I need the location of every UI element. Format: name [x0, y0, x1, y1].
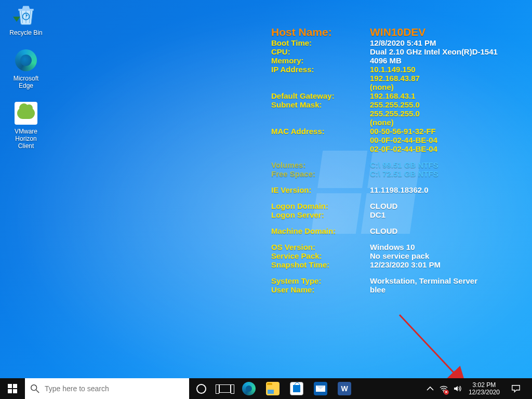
bginfo-row: CPU:Dual 2.10 GHz Intel Xeon(R)D-1541 — [271, 47, 521, 56]
bginfo-value: C:\ 99.51 GB NTFS — [370, 161, 521, 169]
bginfo-row: User Name:blee — [271, 285, 521, 294]
taskbar-app-mail[interactable] — [309, 378, 332, 399]
bginfo-row: IE Version:11.1198.18362.0 — [271, 185, 521, 194]
bginfo-value: 192.168.43.1 — [370, 91, 521, 100]
bginfo-value: Dual 2.10 GHz Intel Xeon(R)D-1541 — [370, 47, 521, 56]
bginfo-overlay: Host Name:WIN10DEVBoot Time:12/8/2020 5:… — [271, 26, 521, 294]
cortana-button[interactable] — [189, 378, 213, 399]
bginfo-label: System Type: — [271, 276, 370, 285]
bginfo-label: Logon Domain: — [271, 202, 370, 210]
bginfo-value: 11.1198.18362.0 — [370, 185, 521, 194]
tray-overflow-button[interactable] — [424, 378, 436, 399]
microsoft-edge[interactable]: Microsoft Edge — [5, 48, 47, 89]
task-view-icon — [219, 384, 231, 393]
taskbar-app-word[interactable]: W — [332, 378, 356, 399]
edge-icon — [242, 382, 256, 395]
bginfo-row: System Type:Workstation, Terminal Server — [271, 276, 521, 285]
bginfo-row: IP Address:10.1.149.150192.168.43.87(non… — [271, 65, 521, 91]
bginfo-label: Logon Server: — [271, 210, 370, 219]
taskbar-pinned-apps: W — [189, 378, 356, 399]
mail-icon — [314, 382, 327, 395]
tray-volume[interactable] — [451, 378, 463, 399]
bginfo-label: IP Address: — [271, 65, 370, 91]
vmware-horizon-client[interactable]: VMware Horizon Client — [5, 101, 47, 150]
bginfo-row: Snapshot Time:12/23/2020 3:01 PM — [271, 260, 521, 269]
taskbar-search[interactable] — [25, 378, 189, 399]
bginfo-value: blee — [370, 285, 521, 294]
horizon-icon — [14, 101, 38, 126]
search-icon — [30, 384, 39, 393]
bginfo-label: Service Pack: — [271, 251, 370, 260]
bginfo-row: Subnet Mask:255.255.255.0255.255.255.0(n… — [271, 100, 521, 127]
bginfo-label: Subnet Mask: — [271, 100, 370, 127]
store-icon — [290, 382, 303, 395]
recycle-bin-icon — [14, 2, 38, 27]
tray-network[interactable]: ✕ — [437, 378, 450, 399]
taskbar-clock[interactable]: 3:02 PM 12/23/2020 — [464, 381, 504, 396]
file-explorer-icon — [266, 382, 280, 395]
bginfo-value: 10.1.149.150192.168.43.87(none) — [370, 65, 521, 91]
bginfo-label: OS Version: — [271, 243, 370, 251]
bginfo-value: No service pack — [370, 251, 521, 260]
bginfo-value: 255.255.255.0255.255.255.0(none) — [370, 100, 521, 127]
start-button[interactable] — [0, 378, 25, 399]
bginfo-label: Boot Time: — [271, 38, 370, 47]
bginfo-row: Default Gateway:192.168.43.1 — [271, 91, 521, 100]
bginfo-label: IE Version: — [271, 185, 370, 194]
bginfo-value: 12/8/2020 5:41 PM — [370, 38, 521, 47]
search-input[interactable] — [45, 384, 184, 393]
edge-icon — [14, 48, 38, 73]
task-view-button[interactable] — [213, 378, 237, 399]
cortana-icon — [196, 384, 206, 394]
bginfo-row: Service Pack:No service pack — [271, 251, 521, 260]
bginfo-value: Windows 10 — [370, 243, 521, 251]
svg-rect-5 — [13, 389, 17, 393]
bginfo-value: 12/23/2020 3:01 PM — [370, 260, 521, 269]
taskbar-app-store[interactable] — [285, 378, 309, 399]
svg-rect-3 — [13, 384, 17, 388]
taskbar: W ✕ 3:02 PM 12/23/2020 — [0, 378, 532, 399]
bginfo-row: Logon Server:DC1 — [271, 210, 521, 219]
bginfo-label: Snapshot Time: — [271, 260, 370, 269]
bginfo-row: Volumes:C:\ 99.51 GB NTFS — [271, 161, 521, 169]
bginfo-label: User Name: — [271, 285, 370, 294]
taskbar-app-explorer[interactable] — [261, 378, 285, 399]
no-internet-badge-icon: ✕ — [444, 390, 449, 395]
bginfo-row: Memory:4096 MB — [271, 56, 521, 65]
svg-rect-4 — [8, 389, 12, 393]
bginfo-row: Logon Domain:CLOUD — [271, 202, 521, 210]
icon-label: VMware Horizon Client — [5, 128, 47, 150]
bginfo-row: MAC Address:00-50-56-91-32-FF00-0F-02-44… — [271, 127, 521, 153]
desktop-icons: Recycle Bin Microsoft Edge VMware Horizo… — [5, 2, 52, 161]
clock-time: 3:02 PM — [469, 381, 500, 389]
bginfo-label: CPU: — [271, 47, 370, 56]
bginfo-row: Machine Domain:CLOUD — [271, 227, 521, 235]
bginfo-value: 00-50-56-91-32-FF00-0F-02-44-BE-0402-0F-… — [370, 127, 521, 153]
clock-date: 12/23/2020 — [469, 389, 500, 396]
recycle-bin[interactable]: Recycle Bin — [5, 2, 47, 36]
notification-icon — [511, 384, 521, 393]
bginfo-value: CLOUD — [370, 227, 521, 235]
svg-point-6 — [31, 385, 37, 391]
action-center-button[interactable] — [505, 378, 527, 399]
bginfo-value: CLOUD — [370, 202, 521, 210]
bginfo-row: Host Name:WIN10DEV — [271, 26, 521, 38]
system-tray: ✕ 3:02 PM 12/23/2020 — [424, 378, 532, 399]
speaker-icon — [453, 384, 461, 393]
bginfo-label: Free Space: — [271, 169, 370, 178]
bginfo-row: Boot Time:12/8/2020 5:41 PM — [271, 38, 521, 47]
bginfo-label: Volumes: — [271, 161, 370, 169]
bginfo-value: Workstation, Terminal Server — [370, 276, 521, 285]
word-icon: W — [338, 382, 351, 395]
windows-logo-icon — [8, 384, 17, 393]
bginfo-label: Machine Domain: — [271, 227, 370, 235]
bginfo-row: OS Version:Windows 10 — [271, 243, 521, 251]
svg-line-7 — [36, 390, 39, 393]
bginfo-value: DC1 — [370, 210, 521, 219]
taskbar-app-edge[interactable] — [237, 378, 261, 399]
icon-label: Microsoft Edge — [5, 75, 47, 89]
bginfo-label: Default Gateway: — [271, 91, 370, 100]
bginfo-value: 4096 MB — [370, 56, 521, 65]
bginfo-label: MAC Address: — [271, 127, 370, 153]
bginfo-value: C:\ 72.51 GB NTFS — [370, 169, 521, 178]
